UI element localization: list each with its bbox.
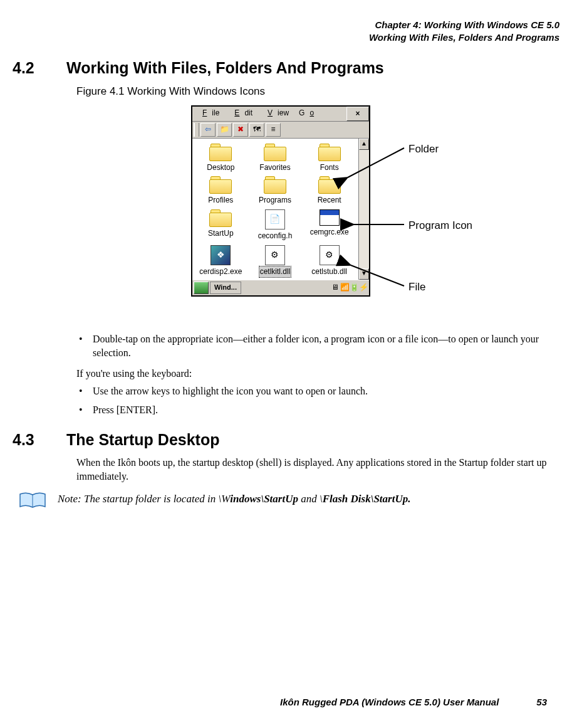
folder-icon bbox=[318, 176, 341, 194]
taskbar: Wind... 🖥 📶 🔋 ⚡ bbox=[192, 280, 369, 295]
page-header: Chapter 4: Working With Windows CE 5.0 W… bbox=[13, 19, 559, 43]
menubar: FFileile Edit View Go × bbox=[192, 107, 369, 122]
exe-icon: ❖ bbox=[211, 245, 231, 265]
callout-folder: Folder bbox=[408, 142, 439, 157]
scroll-track[interactable] bbox=[359, 150, 369, 268]
folder-recent[interactable]: Recent bbox=[303, 176, 355, 206]
tray-icon[interactable]: 🔋 bbox=[350, 282, 358, 293]
start-button[interactable] bbox=[194, 282, 209, 294]
icon-grid: Desktop Favorites Fonts Profiles Program… bbox=[192, 139, 369, 280]
note-text: Note: The startup folder is located in \… bbox=[58, 492, 410, 507]
bullet-doubletap: Double-tap on the appropriate icon—eithe… bbox=[76, 332, 559, 361]
footer-page-number: 53 bbox=[536, 695, 547, 709]
section-number: 4.3 bbox=[13, 429, 44, 451]
folder-startup[interactable]: StartUp bbox=[195, 209, 247, 241]
section-4-2-heading: 4.2 Working With Files, Folders And Prog… bbox=[13, 57, 559, 79]
file-icon: 📄 bbox=[265, 209, 285, 229]
menu-edit[interactable]: Edit bbox=[224, 107, 257, 121]
folder-favorites[interactable]: Favorites bbox=[249, 144, 301, 173]
body-text-4-2: Double-tap on the appropriate icon—eithe… bbox=[76, 332, 559, 418]
callout-program-icon: Program Icon bbox=[408, 218, 472, 233]
close-button[interactable]: × bbox=[346, 107, 369, 121]
folder-fonts[interactable]: Fonts bbox=[303, 144, 355, 173]
folder-profiles[interactable]: Profiles bbox=[195, 176, 247, 206]
dll-icon: ⚙ bbox=[265, 245, 285, 265]
section-4-3-heading: 4.3 The Startup Desktop bbox=[13, 429, 559, 451]
system-tray: 🖥 📶 🔋 ⚡ bbox=[331, 282, 368, 293]
section-number: 4.2 bbox=[13, 57, 44, 79]
tray-icon[interactable]: 📶 bbox=[340, 282, 349, 293]
section-title: Working With Files, Folders And Programs bbox=[66, 57, 384, 79]
page-footer: Ikôn Rugged PDA (Windows CE 5.0) User Ma… bbox=[25, 695, 547, 709]
callout-file: File bbox=[408, 280, 425, 295]
taskbar-window-button[interactable]: Wind... bbox=[210, 282, 241, 294]
program-cerdisp2[interactable]: ❖cerdisp2.exe bbox=[195, 245, 247, 277]
footer-manual-title: Ikôn Rugged PDA (Windows CE 5.0) User Ma… bbox=[280, 695, 499, 709]
menu-file[interactable]: FFileile bbox=[192, 107, 224, 121]
bullet-arrow-keys: Use the arrow keys to highlight the icon… bbox=[76, 384, 559, 398]
toolbar-map-button[interactable]: 🗺 bbox=[249, 123, 264, 137]
tray-icon[interactable]: ⚡ bbox=[359, 282, 368, 293]
dll-icon: ⚙ bbox=[320, 245, 340, 265]
folder-icon bbox=[318, 144, 341, 161]
folder-icon bbox=[209, 209, 232, 227]
keyboard-intro: If you're using the keyboard: bbox=[76, 367, 559, 381]
toolbar: ⇦ 📁 ✖ 🗺 ≡ bbox=[192, 122, 369, 139]
folder-desktop[interactable]: Desktop bbox=[195, 144, 247, 173]
folder-icon bbox=[264, 144, 286, 161]
book-icon bbox=[19, 492, 46, 510]
tray-icon[interactable]: 🖥 bbox=[331, 282, 340, 293]
toolbar-view-button[interactable]: ≡ bbox=[266, 123, 281, 137]
folder-programs[interactable]: Programs bbox=[249, 176, 301, 206]
folder-icon bbox=[209, 144, 232, 161]
note-block: Note: The startup folder is located in \… bbox=[19, 492, 559, 510]
menu-go[interactable]: Go bbox=[294, 107, 324, 121]
windows-ce-explorer-window: FFileile Edit View Go × ⇦ 📁 ✖ 🗺 ≡ Deskto… bbox=[191, 105, 370, 297]
file-ceconfig[interactable]: 📄ceconfig.h bbox=[249, 209, 301, 241]
body-text-4-3: When the Ikôn boots up, the startup desk… bbox=[76, 456, 559, 484]
toolbar-up-button[interactable]: 📁 bbox=[217, 123, 232, 137]
startup-desktop-paragraph: When the Ikôn boots up, the startup desk… bbox=[76, 456, 559, 484]
folder-icon bbox=[209, 176, 232, 194]
program-icon bbox=[320, 209, 340, 226]
scroll-down-button[interactable]: ▼ bbox=[359, 268, 369, 280]
folder-icon bbox=[264, 176, 286, 194]
header-section: Working With Files, Folders And Programs bbox=[13, 31, 559, 44]
header-chapter: Chapter 4: Working With Windows CE 5.0 bbox=[13, 19, 559, 31]
scroll-up-button[interactable]: ▲ bbox=[359, 139, 369, 150]
program-cemgrc[interactable]: cemgrc.exe bbox=[303, 209, 355, 241]
scrollbar[interactable]: ▲ ▼ bbox=[358, 139, 369, 280]
file-cetlkitl[interactable]: ⚙cetlkitl.dll bbox=[249, 245, 301, 277]
figure-caption: Figure 4.1 Working With Windows Icons bbox=[76, 84, 559, 99]
toolbar-back-button[interactable]: ⇦ bbox=[200, 123, 216, 137]
bullet-press-enter: Press [ENTER]. bbox=[76, 403, 559, 417]
section-title: The Startup Desktop bbox=[66, 429, 219, 451]
menu-view[interactable]: View bbox=[257, 107, 294, 121]
file-cetlstub[interactable]: ⚙cetlstub.dll bbox=[303, 245, 355, 277]
figure-4-1: FFileile Edit View Go × ⇦ 📁 ✖ 🗺 ≡ Deskto… bbox=[13, 105, 559, 325]
toolbar-delete-button[interactable]: ✖ bbox=[233, 123, 248, 137]
